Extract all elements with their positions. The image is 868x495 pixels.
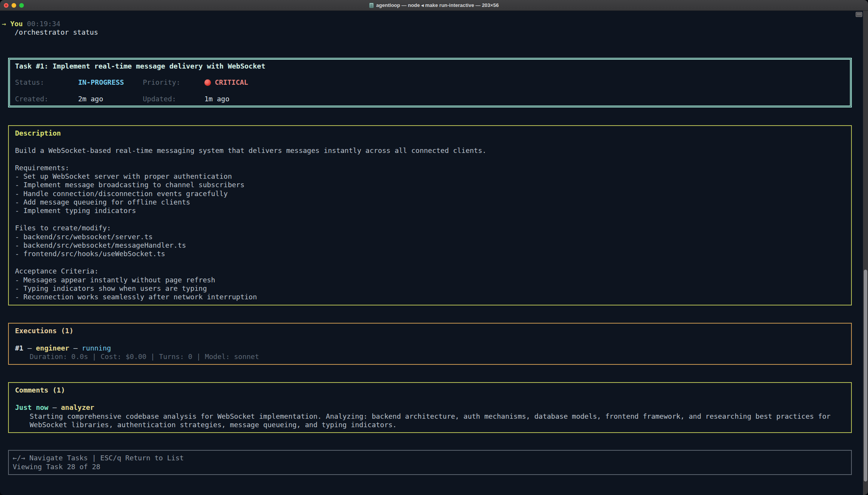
- blank-line: [15, 138, 845, 146]
- split-pane-icon[interactable]: [856, 12, 862, 17]
- text-line: [15, 258, 845, 267]
- text-line: - Implement message broadcasting to chan…: [15, 181, 845, 189]
- comment-byline: Just now — analyzer: [15, 403, 845, 412]
- executions-title: Executions (1): [15, 327, 845, 335]
- titlebar[interactable]: agentloop — node ◂ make run-interactive …: [0, 0, 868, 11]
- text-line: - Add message queueing for offline clien…: [15, 198, 845, 206]
- red-circle-icon: [204, 79, 211, 86]
- status-label: Status:: [15, 78, 78, 87]
- comment-time: Just now: [15, 403, 49, 411]
- traffic-lights: [4, 0, 24, 11]
- task-status-row: Status: IN-PROGRESS Priority: CRITICAL: [15, 78, 845, 87]
- text-line: WebSocket libraries, authentication stra…: [30, 421, 845, 429]
- text-line: - Implement typing indicators: [15, 206, 845, 215]
- task-title: Task #1: Implement real-time message del…: [15, 62, 845, 70]
- comment-body: Starting comprehensive codebase analysis…: [15, 412, 845, 430]
- execution-state: running: [82, 344, 111, 352]
- text-line: - Handle connection/disconnection events…: [15, 190, 845, 198]
- text-line: Starting comprehensive codebase analysis…: [30, 412, 845, 421]
- text-line: Requirements:: [15, 164, 845, 172]
- text-line: Files to create/modify:: [15, 224, 845, 232]
- statusbar-position: Viewing Task 28 of 28: [13, 463, 847, 471]
- text-line: - Typing indicators show when users are …: [15, 284, 845, 293]
- execution-row: #1 — engineer — running: [15, 344, 845, 352]
- comments-title: Comments (1): [15, 386, 845, 394]
- prompt-author: You: [10, 20, 23, 28]
- user-command: /orchestrator status: [2, 28, 856, 37]
- separator: —: [74, 344, 78, 352]
- text-line: - backend/src/websocket/messageHandler.t…: [15, 241, 845, 250]
- text-line: - frontend/src/hooks/useWebSocket.ts: [15, 250, 845, 258]
- document-icon: [369, 3, 374, 8]
- comment-author: analyzer: [61, 403, 94, 411]
- description-title: Description: [15, 129, 845, 138]
- execution-meta: Duration: 0.0s | Cost: $0.00 | Turns: 0 …: [15, 352, 845, 361]
- execution-agent: engineer: [36, 344, 69, 352]
- prompt-timestamp: 00:19:34: [27, 20, 60, 28]
- created-label: Created:: [15, 95, 78, 103]
- close-button[interactable]: [4, 3, 8, 8]
- scrollbar-track[interactable]: [863, 11, 868, 495]
- statusbar: ←/→ Navigate Tasks | ESC/q Return to Lis…: [8, 450, 852, 475]
- status-value: IN-PROGRESS: [78, 78, 143, 87]
- comments-card: Comments (1) Just now — analyzer Startin…: [8, 382, 852, 433]
- text-line: Acceptance Criteria:: [15, 267, 845, 275]
- window-title-text: agentloop — node ◂ make run-interactive …: [376, 2, 498, 8]
- task-dates-row: Created: 2m ago Updated: 1m ago: [15, 95, 845, 103]
- text-line: - Messages appear instantly without page…: [15, 276, 845, 284]
- task-card: Task #1: Implement real-time message del…: [8, 58, 852, 107]
- priority-value: CRITICAL: [215, 78, 248, 87]
- scrollbar-thumb[interactable]: [864, 270, 867, 482]
- updated-value: 1m ago: [204, 95, 229, 103]
- description-card: Description Build a WebSocket-based real…: [8, 125, 852, 305]
- window-title: agentloop — node ◂ make run-interactive …: [369, 2, 498, 8]
- created-value: 2m ago: [78, 95, 143, 103]
- executions-card: Executions (1) #1 — engineer — running D…: [8, 323, 852, 365]
- terminal-window: agentloop — node ◂ make run-interactive …: [0, 0, 868, 495]
- maximize-button[interactable]: [19, 3, 24, 8]
- text-line: - Reconnection works seamlessly after ne…: [15, 293, 845, 301]
- text-line: [15, 155, 845, 163]
- text-line: - backend/src/websocket/server.ts: [15, 233, 845, 241]
- text-line: - Set up WebSocket server with proper au…: [15, 172, 845, 181]
- terminal-screen: → You 00:19:34 /orchestrator status Task…: [0, 11, 868, 495]
- text-line: Build a WebSocket-based real-time messag…: [15, 146, 845, 155]
- updated-label: Updated:: [143, 95, 204, 103]
- minimize-button[interactable]: [12, 3, 16, 8]
- separator: —: [53, 403, 57, 411]
- text-line: [15, 215, 845, 224]
- statusbar-shortcuts: ←/→ Navigate Tasks | ESC/q Return to Lis…: [13, 454, 847, 462]
- blank-line: [15, 335, 845, 344]
- execution-id: #1: [15, 344, 23, 352]
- user-message-header: → You 00:19:34: [2, 20, 856, 28]
- blank-line: [15, 395, 845, 403]
- terminal-content: → You 00:19:34 /orchestrator status Task…: [0, 11, 868, 475]
- priority-label: Priority:: [143, 78, 204, 87]
- description-body: Build a WebSocket-based real-time messag…: [15, 146, 845, 302]
- separator: —: [28, 344, 32, 352]
- prompt-arrow-icon: →: [2, 20, 6, 28]
